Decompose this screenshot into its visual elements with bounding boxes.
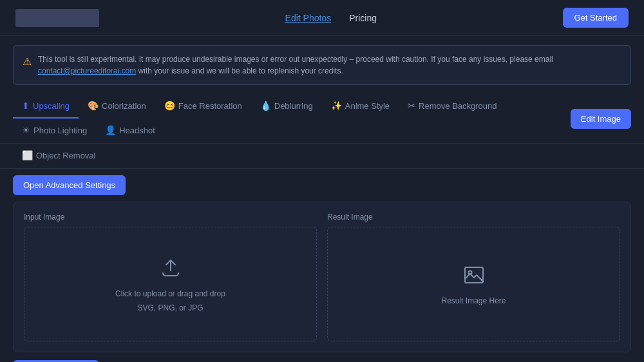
input-image-label: Input Image <box>24 213 317 222</box>
toolbar-row: Open Advanced Settings <box>0 169 644 202</box>
tabs-row1-container: ⬆Upscaling🎨Colorization😊Face Restoration… <box>0 94 644 144</box>
pricing-nav-link[interactable]: Pricing <box>349 13 377 23</box>
tab-face-restoration-icon: 😊 <box>164 100 175 111</box>
image-upload-dropzone[interactable]: Click to upload or drag and drop SVG, PN… <box>24 227 317 341</box>
tab-remove-background[interactable]: ✂Remove Background <box>399 94 506 119</box>
result-placeholder-text: Result Image Here <box>441 296 506 305</box>
header: Edit Photos Pricing Get Started <box>0 0 644 36</box>
header-nav: Edit Photos Pricing <box>285 13 377 23</box>
tab-photo-lighting-icon: ☀ <box>22 125 30 135</box>
open-advanced-settings-button[interactable]: Open Advanced Settings <box>13 175 126 195</box>
tab-headshot-icon: 👤 <box>105 125 116 135</box>
tab-anime-style-icon: ✨ <box>331 100 342 111</box>
tab-face-restoration[interactable]: 😊Face Restoration <box>155 94 251 119</box>
tab-colorization[interactable]: 🎨Colorization <box>79 94 155 119</box>
warning-email-link[interactable]: contact@pictureeditorai.com <box>38 66 136 75</box>
tab-photo-lighting[interactable]: ☀Photo Lighting <box>13 119 96 143</box>
upload-icon <box>159 256 182 284</box>
upload-formats: SVG, PNG, or JPG <box>137 303 203 312</box>
get-started-button[interactable]: Get Started <box>563 8 629 28</box>
result-image-panel: Result Image Result Image Here <box>327 213 620 341</box>
edit-photos-nav-link[interactable]: Edit Photos <box>285 13 332 23</box>
warning-icon: ⚠ <box>23 54 32 70</box>
result-image-label: Result Image <box>327 213 620 222</box>
tab-face-restoration-label: Face Restoration <box>178 101 242 111</box>
tab-anime-style[interactable]: ✨Anime Style <box>322 94 399 119</box>
tab-remove-background-label: Remove Background <box>419 101 497 111</box>
tab-object-removal-label: Object Removal <box>36 151 95 160</box>
tab-anime-style-label: Anime Style <box>345 101 390 111</box>
upload-text: Click to upload or drag and drop <box>115 289 225 298</box>
input-image-panel: Input Image Click to upload or drag and … <box>24 213 317 341</box>
tab-photo-lighting-label: Photo Lighting <box>33 126 87 135</box>
tab-colorization-label: Colorization <box>102 101 146 111</box>
tab-upscaling-icon: ⬆ <box>22 100 30 111</box>
svg-point-1 <box>468 271 471 274</box>
tab-headshot[interactable]: 👤Headshot <box>96 119 164 143</box>
tabs-main: ⬆Upscaling🎨Colorization😊Face Restoration… <box>13 94 571 143</box>
tab-deblurring[interactable]: 💧Deblurring <box>251 94 322 119</box>
warning-text: This tool is still experimental. It may … <box>38 53 621 77</box>
tab-object-removal[interactable]: ⬜Object Removal <box>13 144 104 168</box>
tabs-row2-container: ⬜Object Removal <box>0 144 644 169</box>
download-row: Download Result <box>0 352 644 362</box>
tab-upscaling[interactable]: ⬆Upscaling <box>13 94 79 119</box>
svg-rect-0 <box>465 267 483 283</box>
tab-remove-background-icon: ✂ <box>408 100 415 111</box>
tab-headshot-label: Headshot <box>119 126 155 135</box>
tabs-row2-inner: ⬜Object Removal <box>13 144 631 168</box>
result-image-icon <box>462 263 486 291</box>
tab-object-removal-icon: ⬜ <box>22 150 33 160</box>
tab-colorization-icon: 🎨 <box>88 100 99 111</box>
tab-deblurring-label: Deblurring <box>274 101 313 111</box>
tab-upscaling-label: Upscaling <box>33 101 70 111</box>
warning-banner: ⚠ This tool is still experimental. It ma… <box>13 45 631 85</box>
edit-image-button[interactable]: Edit Image <box>571 109 631 129</box>
main-content: Input Image Click to upload or drag and … <box>13 202 631 352</box>
result-image-area: Result Image Here <box>327 227 620 341</box>
tab-deblurring-icon: 💧 <box>260 100 271 111</box>
logo <box>15 9 99 27</box>
